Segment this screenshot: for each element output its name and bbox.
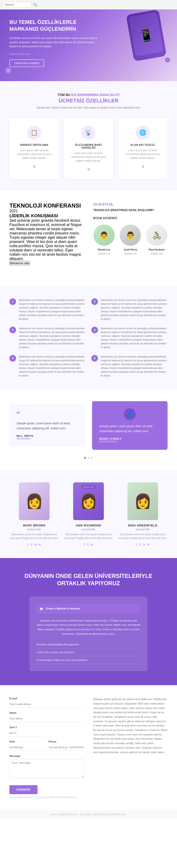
university-section: DÜNYANIN ÖNDE GELEN ÜNİVERSİTELERİYLE OR… (0, 558, 177, 685)
date-field: Date (9, 740, 45, 751)
josh-role: Sample text (120, 252, 141, 255)
feature-card-storage: 📋 SINIRSIZ DEPOLAMA Lorem ipsum dolor si… (9, 118, 59, 179)
hero-button[interactable]: DAHA FAZLA HABER (9, 59, 44, 67)
decorative-ball-1 (5, 67, 12, 74)
testimonial-author-1: NILL SMITH (17, 434, 78, 437)
course-item-2[interactable]: Learn how to grow your business (36, 648, 140, 656)
step-5-number: 5 (9, 355, 16, 362)
step-1: 1 İşletmenizin son derece verimli ve yet… (9, 299, 86, 321)
message-field: Message (9, 754, 84, 779)
ann-badge: pozisyon title (82, 486, 95, 489)
storage-description: Lorem ipsum dolor sit amet, consecteture… (14, 149, 54, 160)
testimonial-role-1: Nill otomation (17, 437, 78, 440)
ann-description: Olan pariatur proin eros quam fringilla … (64, 533, 113, 540)
quote-mark-1: " (17, 411, 78, 418)
feature-card-domain: 🌐 ALAN ADI TESCİLİ Lorem ipsum dolor sit… (118, 118, 168, 179)
phone-field: Phone (49, 740, 84, 751)
contact-form-section: E-mail Name İyim 1 Date Phone Message (0, 685, 177, 810)
name-field: Name (9, 711, 84, 722)
email-input[interactable] (9, 701, 84, 708)
mary-twitter-icon[interactable]: 𝕏 (30, 543, 33, 546)
search-bar: 🔍 (0, 0, 177, 9)
mary-description: Olan pariatur proin eros quam fringilla … (9, 533, 59, 540)
hero-link[interactable]: Ziyareti etti plan haber. (9, 52, 99, 56)
ann-twitter-icon[interactable]: 𝕏 (87, 543, 89, 546)
conference-subtitle: Teknoloji şirketinize nasıl başlanır? (93, 209, 168, 212)
read-more-button[interactable]: Devamını oku (9, 261, 30, 266)
domain-title: ALAN ADI TESCİLİ (123, 144, 163, 146)
mary-instagram-icon[interactable]: in (34, 543, 36, 546)
pagination-dot-2[interactable] (88, 457, 89, 459)
step-4-content: İşletmenizin son derece verimli ve yeten… (101, 327, 168, 349)
decorative-ball-2 (165, 58, 170, 62)
testimonial-author-2: NEŞELI KINNLY (99, 437, 160, 440)
mary-avatar: 👩 (19, 483, 50, 520)
mary-linkedin-icon[interactable]: in (39, 543, 41, 546)
course-item-1[interactable]: Business Sustainability Management (36, 641, 140, 648)
item1-input[interactable] (9, 730, 45, 736)
storage-arrow[interactable]: ∨ (14, 164, 54, 169)
search-button[interactable]: 🔍 (33, 3, 37, 7)
team-member-nina: 👩 NINA GREENFIELD pozisyon title Olan pa… (118, 483, 168, 546)
testimonial-role-2: Stay Backpacker (99, 440, 160, 443)
pagination-dot-3[interactable] (91, 457, 93, 459)
submit-button[interactable]: GÖNDER (9, 785, 37, 794)
nina-name: NINA GREENFIELD (118, 524, 168, 527)
all-features-section: TÜM BU İLE BARINDIRMA DAHA DA İYİ ÜCRETS… (0, 81, 177, 191)
step-4: 4 İşletmenizin son derece verimli ve yet… (91, 327, 168, 349)
course-body: Interdum velit suzerset in pellentesque … (36, 618, 140, 664)
ann-facebook-icon[interactable]: f (84, 543, 85, 546)
step-6-number: 6 (91, 355, 98, 362)
course-box-label: Create a Website in Minutes (46, 607, 80, 610)
message-input[interactable] (9, 759, 84, 778)
step-2-content: İşletmenizin son derece verimli ve yeten… (101, 299, 168, 321)
paul-avatar-placeholder: 🚴 (146, 224, 167, 246)
nina-role: pozisyon title (118, 528, 168, 531)
steps-grid: 1 İşletmenizin son derece verimli ve yet… (9, 299, 168, 378)
phone-label: Phone (49, 740, 84, 743)
nina-linkedin-icon[interactable]: in (147, 543, 149, 546)
leadership-text2: Turpis egestas integer eget aliquet nibh… (9, 236, 84, 261)
name-input[interactable] (9, 715, 84, 722)
leadership-title: LİDERLİK KONUŞMASI (9, 213, 84, 218)
date-input[interactable] (9, 744, 45, 751)
testimonial-avatar-2: 👤 (124, 408, 136, 420)
mary-social-icons: f 𝕏 in in (9, 543, 59, 546)
ann-avatar: 👩 pozisyon title (73, 483, 104, 520)
course-list: Business Sustainability Management Learn… (36, 641, 140, 664)
conference-year: 2021 (9, 209, 84, 213)
date-label: Date (9, 740, 45, 743)
testimonial-card-1: " Sample quote. Lorem ipsum dolor sit am… (9, 404, 85, 447)
mary-facebook-icon[interactable]: f (28, 543, 28, 546)
bandwidth-arrow[interactable]: ∨ (68, 166, 109, 172)
pagination-dot-1[interactable] (84, 457, 86, 459)
team-large-grid: 👩 MARY BROWN pozisyon title Olan pariatu… (9, 483, 168, 546)
step-5-content: İşletmenizin son derece verimli ve yeten… (19, 355, 86, 378)
step-5: 5 İşletmenizin son derece verimli ve yet… (9, 355, 86, 378)
domain-arrow[interactable]: ∨ (123, 164, 163, 169)
step-6-text: İşletmenizin son derece verimli ve yeten… (101, 355, 168, 378)
nina-facebook-icon[interactable]: f (136, 543, 137, 546)
team-member-ann: 👩 pozisyon title ANN RICHMOND pozisyon t… (64, 483, 113, 546)
search-input[interactable] (3, 2, 31, 7)
step-4-number: 4 (91, 327, 98, 333)
david-avatar-placeholder: 👨 (93, 224, 115, 246)
pagination-dots (9, 457, 168, 459)
team-grid: 👨 David Lee Sample text 👨 Josh Perry Sam… (93, 224, 168, 255)
footer-note-text: Click to select the text box. Click agai… (51, 813, 126, 816)
paul-role: Sample text (146, 252, 168, 255)
team-section-title: BİZİM EKİBİMİZ (93, 217, 168, 220)
paul-name: Paul Hudson (146, 248, 168, 251)
step-5-text: İşletmenizin son derece verimli ve yeten… (19, 355, 86, 378)
hero-title: BU TEMEL ÖZELLİKLERLE MARKANIZI GÜÇLENDİ… (9, 19, 99, 32)
phone-input[interactable] (49, 744, 84, 751)
course-item-3[interactable]: Practical tips to help you price your pr… (36, 656, 140, 664)
team-member-david: 👨 David Lee Sample text (93, 224, 115, 255)
josh-avatar: 👨 (120, 224, 141, 246)
step-1-content: İşletmenizin son derece verimli ve yeten… (19, 299, 86, 321)
ann-linkedin-icon[interactable]: in (91, 543, 93, 546)
nina-twitter-icon[interactable]: 𝕏 (139, 543, 141, 546)
contact-form-left: E-mail Name İyim 1 Date Phone Message (9, 697, 84, 799)
storage-title: SINIRSIZ DEPOLAMA (14, 144, 54, 146)
nina-instagram-icon[interactable]: in (143, 543, 145, 546)
